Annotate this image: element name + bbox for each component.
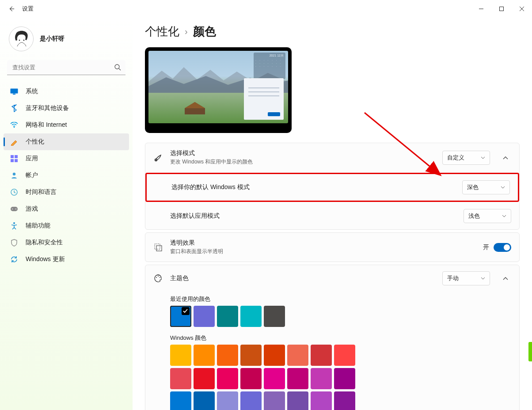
color-swatch[interactable] bbox=[287, 368, 308, 389]
user-block[interactable]: 是小轩呀 bbox=[4, 23, 129, 58]
color-swatch[interactable] bbox=[334, 368, 355, 389]
app-mode-row[interactable]: 选择默认应用模式 浅色 bbox=[145, 203, 519, 229]
svg-line-6 bbox=[119, 68, 121, 70]
avatar bbox=[9, 27, 34, 51]
color-swatch[interactable] bbox=[194, 306, 215, 327]
toggle-state: 开 bbox=[483, 243, 489, 251]
color-swatch[interactable] bbox=[264, 368, 285, 389]
color-swatch[interactable] bbox=[334, 345, 355, 366]
color-swatch[interactable] bbox=[311, 391, 332, 410]
app-mode-dropdown[interactable]: 浅色 bbox=[464, 209, 511, 223]
svg-rect-1 bbox=[500, 7, 504, 11]
accent-row[interactable]: 主题色 手动 bbox=[145, 265, 519, 292]
search-icon bbox=[114, 64, 121, 72]
svg-point-23 bbox=[156, 277, 157, 278]
back-button[interactable] bbox=[5, 3, 18, 15]
nav-system[interactable]: 系统 bbox=[4, 83, 129, 100]
privacy-icon bbox=[10, 238, 19, 247]
color-swatch[interactable] bbox=[240, 345, 262, 366]
close-button[interactable] bbox=[512, 2, 532, 16]
mode-row[interactable]: 选择模式 更改 Windows 和应用中显示的颜色 自定义 bbox=[145, 143, 519, 172]
nav-label: 帐户 bbox=[26, 171, 38, 179]
color-swatch[interactable] bbox=[264, 391, 285, 410]
nav-accounts[interactable]: 帐户 bbox=[4, 167, 129, 184]
color-swatch[interactable] bbox=[311, 345, 332, 366]
nav-accessibility[interactable]: 辅助功能 bbox=[4, 217, 129, 234]
expand-mode[interactable] bbox=[500, 152, 511, 163]
nav-label: 游戏 bbox=[26, 205, 38, 213]
svg-point-25 bbox=[160, 277, 160, 278]
search-input[interactable] bbox=[7, 60, 125, 75]
content: 个性化 › 颜色 2021 12月····················· 选… bbox=[133, 18, 532, 410]
mode-title: 选择模式 bbox=[170, 149, 435, 157]
color-swatch[interactable] bbox=[240, 391, 262, 410]
breadcrumb-parent[interactable]: 个性化 bbox=[145, 24, 179, 39]
nav-label: 系统 bbox=[26, 87, 38, 95]
win-mode-dropdown[interactable]: 深色 bbox=[462, 180, 510, 194]
transparency-row[interactable]: 透明效果 窗口和表面显示半透明 开 bbox=[145, 233, 519, 262]
apps-icon bbox=[10, 154, 19, 163]
transparency-icon bbox=[153, 243, 163, 252]
gaming-icon bbox=[10, 205, 19, 213]
svg-rect-16 bbox=[11, 207, 18, 211]
color-swatch[interactable] bbox=[194, 391, 215, 410]
nav-label: 应用 bbox=[26, 155, 38, 163]
color-swatch[interactable] bbox=[194, 368, 215, 389]
titlebar: 设置 bbox=[0, 0, 532, 18]
color-swatch[interactable] bbox=[194, 345, 215, 366]
mode-dropdown[interactable]: 自定义 bbox=[442, 151, 490, 165]
wifi-icon bbox=[10, 121, 19, 129]
expand-accent[interactable] bbox=[500, 273, 511, 284]
svg-point-17 bbox=[12, 209, 13, 209]
svg-point-2 bbox=[9, 27, 34, 51]
svg-rect-22 bbox=[156, 246, 162, 251]
svg-point-24 bbox=[158, 276, 159, 277]
recent-colors-grid bbox=[170, 306, 382, 327]
windows-mode-row[interactable]: 选择你的默认 Windows 模式 深色 bbox=[147, 174, 518, 201]
color-swatch[interactable] bbox=[217, 345, 238, 366]
nav-time[interactable]: 时间和语言 bbox=[4, 184, 129, 201]
color-swatch[interactable] bbox=[287, 391, 308, 410]
color-swatch[interactable] bbox=[264, 345, 285, 366]
color-swatch[interactable] bbox=[170, 368, 191, 389]
svg-rect-10 bbox=[11, 155, 14, 158]
color-swatch[interactable] bbox=[334, 391, 355, 410]
minimize-button[interactable] bbox=[471, 2, 491, 16]
color-swatch[interactable] bbox=[264, 306, 285, 327]
search-box[interactable] bbox=[7, 60, 125, 75]
color-swatch[interactable] bbox=[170, 391, 191, 410]
nav-privacy[interactable]: 隐私和安全性 bbox=[4, 234, 129, 251]
windows-colors-label: Windows 颜色 bbox=[170, 334, 519, 342]
color-swatch[interactable] bbox=[240, 306, 262, 327]
transparency-sub: 窗口和表面显示半透明 bbox=[170, 248, 476, 255]
display-icon bbox=[10, 87, 19, 96]
windows-colors-grid bbox=[170, 345, 365, 410]
color-swatch[interactable] bbox=[170, 306, 191, 327]
transparency-title: 透明效果 bbox=[170, 239, 476, 247]
color-swatch[interactable] bbox=[217, 391, 238, 410]
nav-apps[interactable]: 应用 bbox=[4, 150, 129, 167]
side-indicator bbox=[528, 342, 532, 361]
color-swatch[interactable] bbox=[240, 368, 262, 389]
color-swatch[interactable] bbox=[287, 345, 308, 366]
nav-personalization[interactable]: 个性化 bbox=[4, 133, 129, 150]
color-swatch[interactable] bbox=[311, 368, 332, 389]
window-controls bbox=[471, 2, 532, 16]
svg-rect-13 bbox=[15, 159, 18, 162]
svg-rect-8 bbox=[13, 94, 15, 95]
color-swatch[interactable] bbox=[217, 368, 238, 389]
maximize-button[interactable] bbox=[491, 2, 512, 16]
transparency-switch[interactable] bbox=[494, 243, 511, 252]
nav-update[interactable]: Windows 更新 bbox=[4, 251, 129, 268]
account-icon bbox=[10, 171, 19, 180]
accent-dropdown[interactable]: 手动 bbox=[442, 271, 490, 285]
nav-bluetooth[interactable]: 蓝牙和其他设备 bbox=[4, 100, 129, 117]
preview-window bbox=[244, 78, 284, 120]
nav-gaming[interactable]: 游戏 bbox=[4, 201, 129, 217]
color-swatch[interactable] bbox=[170, 345, 191, 366]
nav-list: 系统 蓝牙和其他设备 网络和 Internet 个性化 应用 帐户 时间和语言 … bbox=[4, 83, 129, 268]
accessibility-icon bbox=[10, 221, 19, 230]
app-mode-label: 选择默认应用模式 bbox=[170, 212, 456, 220]
color-swatch[interactable] bbox=[217, 306, 238, 327]
nav-network[interactable]: 网络和 Internet bbox=[4, 117, 129, 133]
